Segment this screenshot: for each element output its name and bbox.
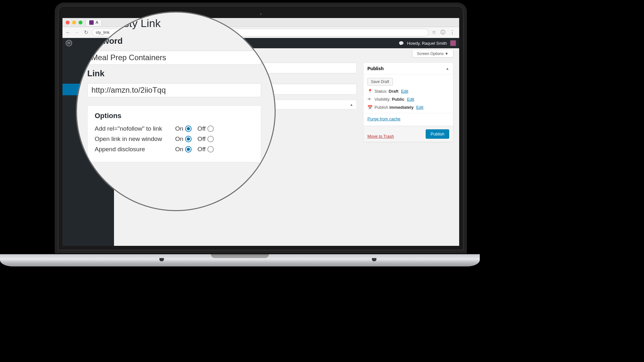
browser-tab[interactable]: A bbox=[86, 19, 102, 26]
status-label: Status: Draft bbox=[374, 89, 398, 94]
radio-nofollow-on[interactable] bbox=[185, 125, 192, 132]
link-value: http://amzn.to/2iioTqq bbox=[91, 86, 166, 95]
options-panel: Options Add rel="nofollow" to link On Of… bbox=[87, 106, 261, 162]
radio-newwindow-on[interactable] bbox=[185, 136, 192, 142]
laptop-notch bbox=[211, 254, 269, 258]
options-heading: Options bbox=[95, 112, 254, 120]
link-label: Link bbox=[87, 69, 264, 79]
option-nofollow-label: Add rel="nofollow" to link bbox=[95, 125, 175, 132]
star-icon[interactable]: ☆ bbox=[432, 29, 436, 35]
menu-icon[interactable]: ⋮ bbox=[450, 29, 455, 35]
favicon-icon bbox=[89, 20, 94, 25]
link-input[interactable]: http://amzn.to/2iioTqq bbox=[87, 83, 261, 97]
eye-icon: 👁 bbox=[367, 97, 372, 102]
forward-button[interactable]: → bbox=[74, 30, 80, 35]
howdy[interactable]: 💬 Howdy, Raquel Smith bbox=[399, 40, 456, 46]
screen-options-toggle[interactable]: Screen Options ▼ bbox=[412, 50, 453, 58]
radio-disclosure-off[interactable] bbox=[207, 146, 214, 153]
keyword-input[interactable]: Meal Prep Containers bbox=[87, 51, 261, 65]
publish-heading: Publish bbox=[367, 66, 384, 71]
move-to-trash-link[interactable]: Move to Trash bbox=[367, 134, 394, 139]
info-icon[interactable]: ⓘ bbox=[440, 29, 445, 35]
url-text: sty_link bbox=[96, 30, 109, 35]
wordpress-logo-icon[interactable]: W bbox=[66, 40, 72, 46]
traffic-lights bbox=[66, 21, 82, 24]
laptop-foot bbox=[159, 258, 164, 261]
radio-disclosure-on[interactable] bbox=[185, 146, 192, 153]
calendar-icon: 📅 bbox=[367, 105, 372, 110]
zoom-lens: New Tasty Link Keyword Meal Prep Contain… bbox=[76, 12, 276, 211]
option-nofollow-row: Add rel="nofollow" to link On Off bbox=[95, 125, 254, 132]
toolbar-icons: ☆ ⓘ ⋮ bbox=[432, 29, 457, 35]
minimize-icon[interactable] bbox=[72, 21, 76, 24]
back-button[interactable]: ← bbox=[65, 30, 71, 35]
publish-date-label: Publish immediately bbox=[374, 105, 413, 110]
purge-cache-link[interactable]: Purge from cache bbox=[367, 116, 449, 121]
publish-box: Publish ▲ Save Draft 📍 Status: Draft bbox=[363, 62, 453, 142]
howdy-text: Howdy, Raquel Smith bbox=[407, 41, 447, 46]
option-disclosure-label: Append disclosure bbox=[95, 146, 175, 153]
edit-status-link[interactable]: Edit bbox=[401, 89, 408, 94]
option-disclosure-row: Append disclosure On Off bbox=[95, 146, 254, 153]
window-chrome: A bbox=[62, 18, 459, 27]
maximize-icon[interactable] bbox=[79, 21, 82, 24]
camera-icon bbox=[259, 12, 263, 16]
sidebar-column: Publish ▲ Save Draft 📍 Status: Draft bbox=[363, 62, 453, 142]
chevron-up-icon[interactable]: ▲ bbox=[350, 103, 353, 107]
comment-icon[interactable]: 💬 bbox=[399, 41, 404, 46]
keyword-value: Meal Prep Containers bbox=[91, 53, 166, 62]
option-newwindow-label: Open link in new window bbox=[95, 135, 175, 143]
pin-icon: 📍 bbox=[367, 89, 372, 94]
radio-nofollow-off[interactable] bbox=[207, 125, 214, 132]
save-draft-button[interactable]: Save Draft bbox=[367, 78, 393, 86]
visibility-label: Visibility: Public bbox=[374, 97, 404, 102]
publish-button[interactable]: Publish bbox=[426, 129, 449, 139]
close-icon[interactable] bbox=[66, 21, 70, 24]
chevron-up-icon[interactable]: ▲ bbox=[446, 67, 449, 70]
laptop-foot bbox=[372, 258, 376, 261]
tab-title: A bbox=[96, 20, 98, 25]
laptop-base bbox=[0, 254, 480, 266]
option-newwindow-row: Open link in new window On Off bbox=[95, 135, 254, 143]
avatar bbox=[450, 40, 456, 46]
publish-box-header: Publish ▲ bbox=[364, 63, 453, 75]
reload-button[interactable]: ↻ bbox=[83, 30, 89, 35]
keyword-label: Keyword bbox=[87, 36, 264, 46]
radio-newwindow-off[interactable] bbox=[207, 136, 214, 142]
edit-date-link[interactable]: Edit bbox=[416, 105, 423, 110]
edit-visibility-link[interactable]: Edit bbox=[407, 97, 414, 102]
